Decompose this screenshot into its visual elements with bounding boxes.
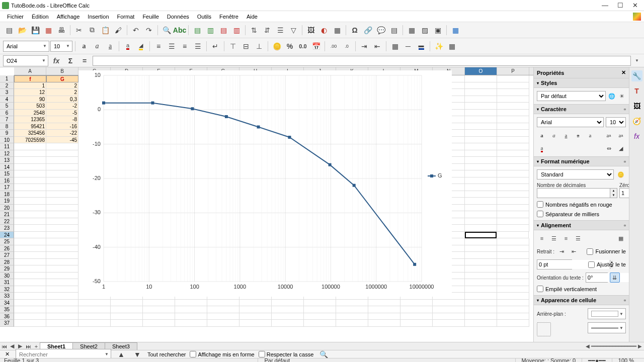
- numformat-currency-icon[interactable]: 🪙: [616, 169, 626, 179]
- cell[interactable]: [497, 252, 529, 259]
- row-header[interactable]: 30: [0, 273, 14, 280]
- row-header[interactable]: 19: [0, 198, 14, 205]
- valign-bot-icon[interactable]: ⊥: [253, 40, 265, 52]
- cell[interactable]: [46, 143, 78, 150]
- cell[interactable]: [497, 170, 529, 177]
- cell[interactable]: [400, 306, 433, 313]
- cell[interactable]: [433, 313, 465, 320]
- cell[interactable]: [46, 286, 78, 293]
- grid-icon[interactable]: ▦: [449, 24, 461, 36]
- menu-édition[interactable]: Édition: [28, 13, 53, 21]
- cell[interactable]: [497, 211, 529, 218]
- cell[interactable]: [46, 238, 78, 245]
- cell[interactable]: [14, 211, 46, 218]
- cell[interactable]: [497, 110, 529, 117]
- cell[interactable]: [465, 75, 497, 82]
- cell[interactable]: [465, 191, 497, 198]
- cell[interactable]: [465, 130, 497, 137]
- cell[interactable]: [336, 320, 368, 327]
- panel-close-icon[interactable]: ✕: [621, 69, 626, 76]
- cell[interactable]: [400, 300, 433, 307]
- border-line-picker[interactable]: ▼: [588, 322, 626, 333]
- paste-icon[interactable]: 📋: [99, 24, 111, 36]
- cell[interactable]: [304, 320, 336, 327]
- cell[interactable]: [14, 252, 46, 259]
- cell[interactable]: [465, 205, 497, 212]
- tab-first-icon[interactable]: ⏮: [0, 343, 8, 349]
- col-header[interactable]: P: [497, 67, 529, 75]
- char-font-select[interactable]: Arial: [537, 117, 604, 127]
- cell[interactable]: [465, 116, 497, 123]
- char-strike-icon[interactable]: a: [573, 130, 583, 140]
- row-header[interactable]: 24: [0, 232, 14, 239]
- menu-affichage[interactable]: Affichage: [53, 13, 84, 21]
- cell[interactable]: [497, 89, 529, 96]
- font-name-combo[interactable]: ▼: [3, 41, 49, 52]
- cell[interactable]: [465, 82, 497, 89]
- cell[interactable]: [14, 143, 46, 150]
- cell[interactable]: [465, 320, 497, 327]
- cell[interactable]: 7025598: [14, 137, 46, 144]
- sidebar-properties-icon[interactable]: 🔧: [631, 70, 642, 81]
- find-formatted-checkbox[interactable]: Affichage mis en forme: [190, 351, 254, 357]
- cell[interactable]: [14, 273, 46, 280]
- style-select[interactable]: Par défaut: [537, 91, 606, 101]
- cell[interactable]: [111, 320, 143, 327]
- decimals-spinner[interactable]: ▲▼: [537, 188, 617, 198]
- char-spacing-icon[interactable]: ⇔: [604, 143, 614, 153]
- equals-icon[interactable]: =: [78, 55, 91, 67]
- cell[interactable]: [239, 320, 272, 327]
- borders-icon[interactable]: ▦: [389, 40, 401, 52]
- cell[interactable]: [46, 320, 78, 327]
- thousands-checkbox[interactable]: Séparateur de milliers: [537, 211, 626, 217]
- col-header[interactable]: A: [14, 67, 46, 75]
- cell[interactable]: [465, 110, 497, 117]
- header-icon[interactable]: ▤: [388, 24, 400, 36]
- char-highlight-icon[interactable]: ◢: [616, 143, 626, 153]
- cell[interactable]: -5: [46, 110, 78, 117]
- cell[interactable]: [497, 265, 529, 273]
- cell[interactable]: [14, 157, 46, 164]
- cell[interactable]: [304, 313, 336, 320]
- section-character[interactable]: ▾Caractère▫: [534, 104, 629, 114]
- row-header[interactable]: 14: [0, 164, 14, 171]
- cell[interactable]: [46, 313, 78, 320]
- cell[interactable]: 2: [46, 89, 78, 96]
- cell[interactable]: [465, 265, 497, 273]
- cell[interactable]: [497, 123, 529, 130]
- cell[interactable]: [14, 265, 46, 273]
- border-color-icon[interactable]: ▬: [415, 40, 427, 52]
- inc-indent-icon[interactable]: ⇥: [358, 40, 370, 52]
- cell[interactable]: [465, 286, 497, 293]
- row-header[interactable]: 13: [0, 157, 14, 164]
- orient-spinner[interactable]: ▲▼: [586, 273, 608, 283]
- cond-format-icon[interactable]: ▦: [446, 40, 458, 52]
- cell[interactable]: [497, 157, 529, 164]
- row-header[interactable]: 27: [0, 252, 14, 259]
- row-header[interactable]: 36: [0, 313, 14, 320]
- row-header[interactable]: 17: [0, 184, 14, 191]
- cell[interactable]: [14, 198, 46, 205]
- numformat-select[interactable]: Standard: [537, 169, 614, 179]
- cell[interactable]: 2548: [14, 110, 46, 117]
- cell[interactable]: [14, 279, 46, 286]
- cell[interactable]: [465, 150, 497, 157]
- cell[interactable]: [497, 293, 529, 300]
- cell[interactable]: [497, 96, 529, 103]
- cell[interactable]: [497, 306, 529, 313]
- cell[interactable]: [465, 198, 497, 205]
- cell[interactable]: [14, 293, 46, 300]
- minimize-button[interactable]: ―: [602, 2, 608, 9]
- dec-indent2-icon[interactable]: ⇤: [569, 246, 579, 256]
- image-icon[interactable]: 🖼: [305, 24, 317, 36]
- menu-feuille[interactable]: Feuille: [138, 13, 163, 21]
- cell[interactable]: [175, 313, 207, 320]
- cell[interactable]: [14, 286, 46, 293]
- cell[interactable]: [465, 313, 497, 320]
- row-header[interactable]: 18: [0, 191, 14, 198]
- formula-expand-icon[interactable]: ▼: [633, 58, 641, 63]
- cell[interactable]: [497, 75, 529, 82]
- underline-icon[interactable]: a: [104, 40, 116, 52]
- currency-icon[interactable]: 🪙: [271, 40, 283, 52]
- cell[interactable]: [175, 320, 207, 327]
